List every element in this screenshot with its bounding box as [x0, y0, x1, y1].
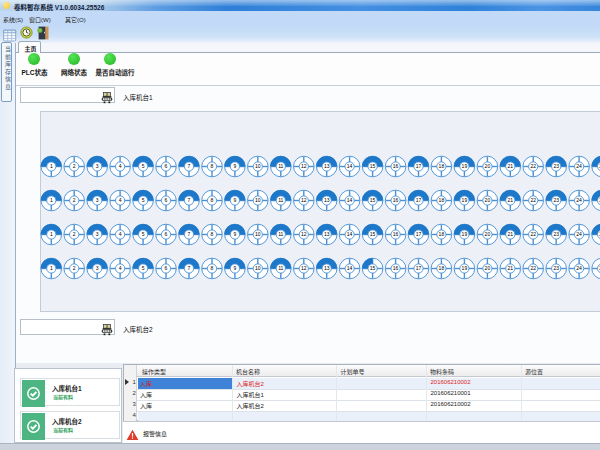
- svg-text:20: 20: [485, 265, 491, 271]
- svg-text:12: 12: [301, 265, 307, 271]
- svg-text:23: 23: [553, 231, 559, 237]
- svg-text:12: 12: [301, 197, 307, 203]
- svg-text:13: 13: [324, 231, 330, 237]
- svg-text:17: 17: [416, 231, 422, 237]
- svg-text:21: 21: [508, 265, 514, 271]
- svg-text:1: 1: [50, 265, 53, 271]
- svg-text:3: 3: [96, 265, 99, 271]
- svg-text:14: 14: [347, 163, 353, 169]
- svg-text:5: 5: [142, 163, 145, 169]
- svg-text:14: 14: [347, 197, 353, 203]
- svg-text:24: 24: [576, 197, 582, 203]
- svg-text:2: 2: [73, 163, 76, 169]
- svg-text:18: 18: [439, 197, 445, 203]
- svg-text:21: 21: [508, 231, 514, 237]
- svg-text:7: 7: [188, 163, 191, 169]
- svg-text:19: 19: [462, 197, 468, 203]
- svg-text:11: 11: [278, 231, 283, 237]
- svg-text:4: 4: [119, 265, 122, 271]
- svg-text:9: 9: [234, 163, 237, 169]
- svg-text:8: 8: [211, 197, 214, 203]
- svg-text:1: 1: [50, 163, 53, 169]
- svg-text:12: 12: [301, 163, 307, 169]
- svg-text:16: 16: [393, 265, 399, 271]
- svg-text:17: 17: [416, 163, 422, 169]
- svg-text:19: 19: [462, 163, 468, 169]
- svg-text:24: 24: [576, 163, 582, 169]
- svg-text:23: 23: [553, 265, 559, 271]
- svg-text:10: 10: [255, 163, 261, 169]
- svg-text:4: 4: [119, 197, 122, 203]
- svg-text:8: 8: [211, 163, 214, 169]
- svg-text:10: 10: [255, 231, 261, 237]
- svg-text:22: 22: [530, 197, 536, 203]
- svg-text:9: 9: [234, 197, 237, 203]
- svg-text:18: 18: [439, 265, 445, 271]
- svg-text:2: 2: [73, 197, 76, 203]
- svg-text:24: 24: [576, 265, 582, 271]
- svg-text:7: 7: [188, 265, 191, 271]
- svg-text:3: 3: [96, 231, 99, 237]
- svg-text:16: 16: [393, 163, 399, 169]
- svg-text:3: 3: [96, 163, 99, 169]
- svg-text:21: 21: [508, 197, 514, 203]
- svg-text:1: 1: [50, 231, 53, 237]
- svg-text:6: 6: [165, 265, 168, 271]
- svg-text:16: 16: [393, 197, 399, 203]
- svg-text:15: 15: [370, 231, 376, 237]
- svg-text:2: 2: [73, 231, 76, 237]
- svg-text:18: 18: [439, 163, 445, 169]
- svg-text:13: 13: [324, 197, 330, 203]
- svg-text:6: 6: [165, 231, 168, 237]
- svg-text:5: 5: [142, 231, 145, 237]
- svg-text:1: 1: [50, 197, 53, 203]
- svg-text:6: 6: [165, 163, 168, 169]
- svg-text:23: 23: [553, 163, 559, 169]
- svg-text:19: 19: [462, 231, 468, 237]
- svg-text:2: 2: [73, 265, 76, 271]
- svg-text:11: 11: [278, 265, 283, 271]
- svg-text:8: 8: [211, 265, 214, 271]
- svg-text:15: 15: [370, 265, 376, 271]
- svg-text:5: 5: [142, 197, 145, 203]
- svg-text:23: 23: [553, 197, 559, 203]
- svg-text:5: 5: [142, 265, 145, 271]
- svg-text:22: 22: [530, 231, 536, 237]
- svg-text:3: 3: [96, 197, 99, 203]
- svg-text:13: 13: [324, 163, 330, 169]
- svg-text:22: 22: [530, 265, 536, 271]
- svg-text:20: 20: [485, 231, 491, 237]
- svg-text:7: 7: [188, 231, 191, 237]
- svg-text:20: 20: [485, 163, 491, 169]
- svg-text:7: 7: [188, 197, 191, 203]
- svg-text:11: 11: [278, 163, 283, 169]
- svg-text:9: 9: [234, 231, 237, 237]
- svg-text:14: 14: [347, 231, 353, 237]
- svg-text:15: 15: [370, 197, 376, 203]
- svg-text:15: 15: [370, 163, 376, 169]
- svg-text:24: 24: [576, 231, 582, 237]
- svg-text:13: 13: [324, 265, 330, 271]
- svg-text:22: 22: [530, 163, 536, 169]
- svg-text:12: 12: [301, 231, 307, 237]
- svg-text:17: 17: [416, 265, 422, 271]
- svg-text:8: 8: [211, 231, 214, 237]
- svg-text:10: 10: [255, 265, 261, 271]
- svg-text:21: 21: [508, 163, 514, 169]
- svg-text:20: 20: [485, 197, 491, 203]
- svg-text:14: 14: [347, 265, 353, 271]
- svg-text:11: 11: [278, 197, 283, 203]
- svg-text:16: 16: [393, 231, 399, 237]
- svg-text:17: 17: [416, 197, 422, 203]
- svg-text:6: 6: [165, 197, 168, 203]
- svg-text:19: 19: [462, 265, 468, 271]
- svg-text:18: 18: [439, 231, 445, 237]
- svg-text:10: 10: [255, 197, 261, 203]
- svg-text:9: 9: [234, 265, 237, 271]
- svg-text:4: 4: [119, 231, 122, 237]
- svg-text:4: 4: [119, 163, 122, 169]
